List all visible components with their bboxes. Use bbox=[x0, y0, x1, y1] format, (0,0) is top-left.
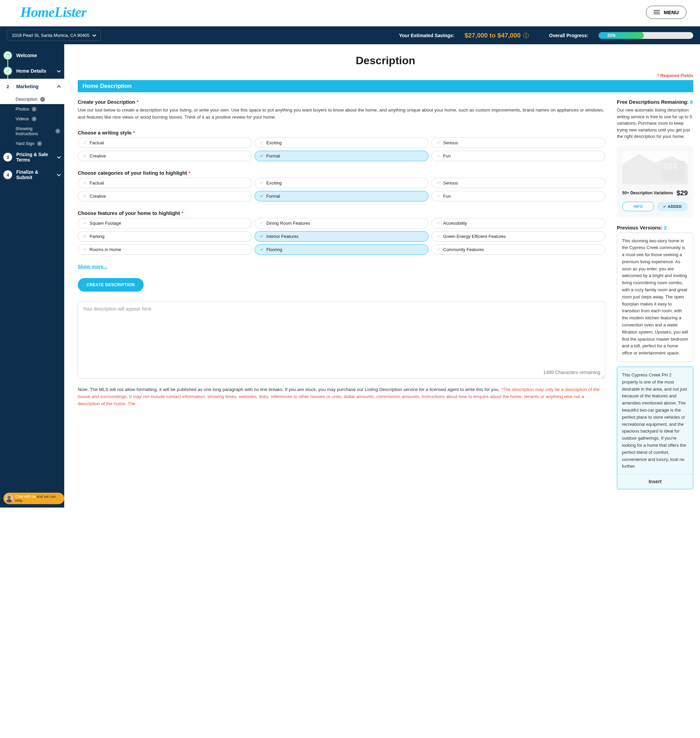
category-option[interactable]: Fun bbox=[431, 191, 605, 201]
chevron-down-icon bbox=[57, 69, 60, 72]
features-heading: Choose features of your home to highligh… bbox=[78, 210, 605, 216]
style-options: FactualExcitingSeriousCreativeFormalFun bbox=[78, 138, 605, 161]
logo[interactable]: HomeLister bbox=[20, 4, 86, 20]
create-heading: Create your Description * bbox=[78, 99, 605, 105]
step-number: 4 bbox=[3, 170, 12, 179]
feature-option[interactable]: Rooms in Home bbox=[78, 244, 252, 255]
check-icon bbox=[260, 181, 264, 185]
version-card-2[interactable]: This Cypress Creek PH 2 property is one … bbox=[617, 367, 693, 489]
feature-option[interactable]: Green Energy Efficient Features bbox=[431, 231, 605, 242]
savings-label: Your Estimated Savings: bbox=[399, 33, 454, 38]
substep-showing[interactable]: Showing Instructions ✓ bbox=[0, 123, 64, 138]
address-text: 1018 Pearl St, Santa Monica, CA 90405 bbox=[12, 33, 90, 38]
check-badge-icon: ✓ bbox=[40, 97, 45, 102]
check-icon bbox=[83, 234, 87, 238]
check-icon bbox=[260, 221, 264, 225]
address-selector[interactable]: 1018 Pearl St, Santa Monica, CA 90405 bbox=[7, 30, 101, 41]
check-badge-icon: ✓ bbox=[32, 107, 37, 112]
feature-option[interactable]: Accessibility bbox=[431, 218, 605, 228]
style-option[interactable]: Formal bbox=[254, 151, 429, 161]
check-icon bbox=[436, 234, 440, 238]
feature-option[interactable]: Parking bbox=[78, 231, 252, 242]
feature-option[interactable]: Dining Room Features bbox=[254, 218, 429, 228]
progress-bar: 31% bbox=[599, 32, 693, 39]
menu-button[interactable]: MENU bbox=[646, 6, 687, 19]
category-option[interactable]: Formal bbox=[254, 191, 429, 201]
promo-card: 50+ Description Variations $29 INFO ADDE… bbox=[617, 145, 693, 217]
promo-label: 50+ Description Variations bbox=[622, 191, 673, 195]
check-icon bbox=[436, 154, 440, 158]
check-icon bbox=[436, 181, 440, 185]
section-header: Home Description bbox=[78, 80, 693, 92]
savings-value: $27,000 to $47,000 i bbox=[465, 32, 529, 39]
style-option[interactable]: Creative bbox=[78, 151, 252, 161]
check-icon bbox=[260, 247, 264, 251]
chat-widget[interactable]: Chat with us and we can help. bbox=[3, 492, 64, 504]
check-badge-icon: ✓ bbox=[32, 116, 37, 121]
progress-fill: 31% bbox=[599, 32, 644, 39]
sidebar: Welcome Home Details 2 Marketing Descrip… bbox=[0, 44, 64, 507]
svg-rect-5 bbox=[673, 163, 677, 169]
step-home-details[interactable]: Home Details bbox=[0, 63, 64, 79]
check-icon bbox=[260, 234, 264, 238]
check-icon bbox=[260, 141, 264, 145]
style-option[interactable]: Factual bbox=[78, 138, 252, 148]
step-welcome[interactable]: Welcome bbox=[0, 48, 64, 63]
description-textarea[interactable] bbox=[83, 306, 600, 367]
create-description-button[interactable]: CREATE DESCRIPTION bbox=[78, 278, 144, 292]
check-icon bbox=[83, 194, 87, 198]
svg-rect-4 bbox=[668, 163, 672, 169]
check-icon bbox=[436, 221, 440, 225]
resize-handle[interactable] bbox=[601, 374, 604, 378]
promo-added-badge: ADDED bbox=[657, 202, 688, 211]
step-finalize[interactable]: 4 Finalize & Submit bbox=[0, 166, 64, 184]
style-option[interactable]: Exciting bbox=[254, 138, 429, 148]
check-icon bbox=[260, 194, 264, 198]
page-title: Description bbox=[78, 54, 693, 67]
promo-price: $29 bbox=[676, 189, 688, 197]
category-option[interactable]: Exciting bbox=[254, 178, 429, 188]
char-count: 1499 Characters remaining bbox=[543, 370, 600, 375]
promo-info-button[interactable]: INFO bbox=[622, 202, 654, 211]
insert-button[interactable]: Insert bbox=[617, 474, 693, 489]
step-number: 2 bbox=[3, 82, 12, 91]
substep-videos[interactable]: Videos ✓ bbox=[0, 114, 64, 123]
free-remaining-desc: Our new automatic listing description wr… bbox=[617, 107, 693, 140]
feature-option[interactable]: Community Features bbox=[431, 244, 605, 255]
feature-option[interactable]: Square Footage bbox=[78, 218, 252, 228]
check-icon bbox=[83, 221, 87, 225]
category-option[interactable]: Factual bbox=[78, 178, 252, 188]
category-option[interactable]: Creative bbox=[78, 191, 252, 201]
check-icon bbox=[83, 247, 87, 251]
categories-heading: Choose categories of your listing to hig… bbox=[78, 170, 605, 176]
progress-label: Overall Progress: bbox=[549, 33, 588, 38]
step-pricing[interactable]: 3 Pricing & Sale Terms bbox=[0, 148, 64, 166]
info-icon[interactable]: i bbox=[523, 33, 529, 38]
mls-note: Note: The MLS will not allow formatting,… bbox=[78, 386, 605, 407]
free-remaining-heading: Free Descriptions Remaining: 6 bbox=[617, 99, 693, 105]
feature-option[interactable]: Flooring bbox=[254, 244, 429, 255]
create-desc: Use our tool below to create a descripti… bbox=[78, 107, 605, 121]
check-icon bbox=[436, 194, 440, 198]
check-icon bbox=[436, 141, 440, 145]
feature-options: Square FootageDining Room FeaturesAccess… bbox=[78, 218, 605, 255]
chevron-down-icon bbox=[92, 33, 96, 37]
feature-option[interactable]: Interior Features bbox=[254, 231, 429, 242]
check-icon bbox=[3, 66, 12, 75]
substep-yard-sign[interactable]: Yard Sign ✓ bbox=[0, 138, 64, 148]
category-option[interactable]: Serious bbox=[431, 178, 605, 188]
substep-photos[interactable]: Photos ✓ bbox=[0, 104, 64, 114]
promo-image bbox=[622, 151, 688, 184]
check-icon bbox=[83, 181, 87, 185]
avatar bbox=[5, 494, 13, 503]
step-marketing[interactable]: 2 Marketing bbox=[0, 79, 64, 94]
style-option[interactable]: Serious bbox=[431, 138, 605, 148]
show-more-link[interactable]: Show more... bbox=[78, 264, 107, 269]
substep-description[interactable]: Description ✓ bbox=[0, 94, 64, 104]
category-options: FactualExcitingSeriousCreativeFormalFun bbox=[78, 178, 605, 201]
chevron-up-icon bbox=[57, 85, 60, 89]
required-note: * Required Fields bbox=[78, 73, 693, 78]
style-option[interactable]: Fun bbox=[431, 151, 605, 161]
check-icon bbox=[260, 154, 264, 158]
version-card-1[interactable]: This stunning two-story home in the Cypr… bbox=[617, 232, 693, 362]
